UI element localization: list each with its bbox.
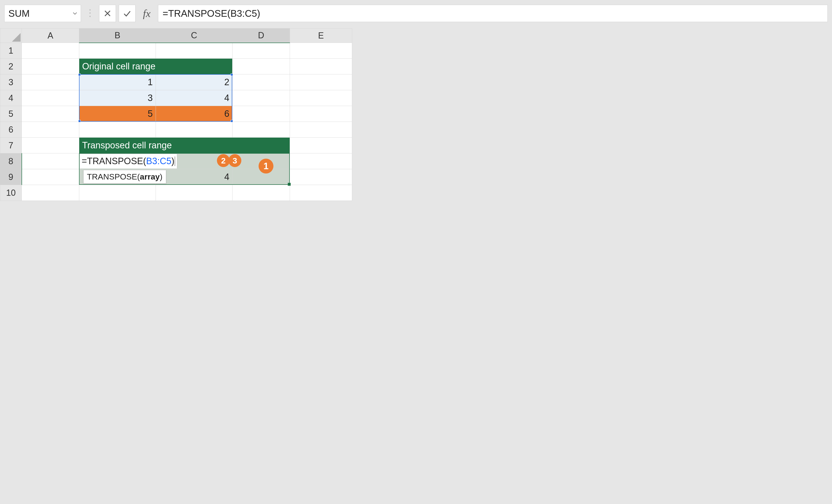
row-header-9[interactable]: 9 [0,169,22,185]
cell-D3[interactable] [233,74,290,90]
row-header-10[interactable]: 10 [0,185,22,201]
cell-D1[interactable] [233,43,290,59]
dropdown-icon[interactable] [72,10,78,17]
cell-D6[interactable] [233,122,290,138]
cell-C6[interactable] [156,122,233,138]
edit-suffix: ) [172,156,175,166]
cell-E7[interactable] [290,138,352,153]
cancel-button[interactable] [99,5,116,22]
enter-button[interactable] [119,5,135,22]
function-tooltip[interactable]: TRANSPOSE(array) [83,170,166,184]
edit-ref: B3:C5 [146,156,172,166]
cell-B7[interactable]: Transposed cell range [79,138,290,153]
row-header-3[interactable]: 3 [0,74,22,90]
cell-C3[interactable]: 2 [156,74,233,90]
fill-handle[interactable] [288,183,291,186]
column-header-B[interactable]: B [79,28,156,43]
column-header-C[interactable]: C [156,28,233,43]
cell-C1[interactable] [156,43,233,59]
cell-editor[interactable]: =TRANSPOSE(B3:C5) [79,154,177,168]
grid[interactable]: ABCDE12Original cell range31243455667Tra… [0,28,352,201]
cell-A5[interactable] [22,106,79,122]
cell-B10[interactable] [79,185,156,201]
cell-B1[interactable] [79,43,156,59]
row-header-1[interactable]: 1 [0,43,22,59]
fx-icon[interactable]: fx [138,5,155,22]
cell-C5[interactable]: 6 [156,106,233,122]
cell-A7[interactable] [22,138,79,153]
cell-B6[interactable] [79,122,156,138]
row-header-2[interactable]: 2 [0,59,22,74]
row-header-7[interactable]: 7 [0,138,22,153]
column-header-D[interactable]: D [233,28,290,43]
cell-E1[interactable] [290,43,352,59]
cell-B2[interactable]: Original cell range [79,59,233,74]
name-box-value: SUM [8,8,72,19]
column-header-E[interactable]: E [290,28,352,43]
tooltip-fn: TRANSPOSE [87,172,137,181]
select-all-corner[interactable] [0,28,22,43]
vertical-dots-icon: ⋮ [84,7,96,20]
name-box[interactable]: SUM [4,5,81,22]
row-header-8[interactable]: 8 [0,153,22,169]
cell-B4[interactable]: 3 [79,90,156,106]
cell-B5[interactable]: 5 [79,106,156,122]
cell-A2[interactable] [22,59,79,74]
formula-text: =TRANSPOSE(B3:C5) [162,8,260,19]
spreadsheet: ABCDE12Original cell range31243455667Tra… [0,28,832,201]
cell-A3[interactable] [22,74,79,90]
cell-A1[interactable] [22,43,79,59]
cell-E5[interactable] [290,106,352,122]
cell-E8[interactable] [290,153,352,169]
formula-input[interactable]: =TRANSPOSE(B3:C5) [158,5,828,22]
cell-E2[interactable] [290,59,352,74]
tooltip-arg: array [140,172,160,181]
cell-C10[interactable] [156,185,233,201]
cell-A4[interactable] [22,90,79,106]
cell-D5[interactable] [233,106,290,122]
cell-E9[interactable] [290,169,352,185]
cell-E3[interactable] [290,74,352,90]
row-header-4[interactable]: 4 [0,90,22,106]
cell-E6[interactable] [290,122,352,138]
cell-C9[interactable]: 4 [156,169,233,185]
row-header-6[interactable]: 6 [0,122,22,138]
cell-D9[interactable] [233,169,290,185]
cell-E10[interactable] [290,185,352,201]
row-header-5[interactable]: 5 [0,106,22,122]
column-header-A[interactable]: A [22,28,79,43]
cell-B3[interactable]: 1 [79,74,156,90]
cell-A9[interactable] [22,169,79,185]
cell-D2[interactable] [233,59,290,74]
cell-A10[interactable] [22,185,79,201]
formula-bar: SUM ⋮ fx =TRANSPOSE(B3:C5) [0,0,832,28]
cell-D4[interactable] [233,90,290,106]
cell-A6[interactable] [22,122,79,138]
cell-D8[interactable] [233,153,290,169]
cell-C4[interactable]: 4 [156,90,233,106]
cell-D10[interactable] [233,185,290,201]
edit-prefix: =TRANSPOSE( [82,156,146,166]
cell-A8[interactable] [22,153,79,169]
cell-E4[interactable] [290,90,352,106]
